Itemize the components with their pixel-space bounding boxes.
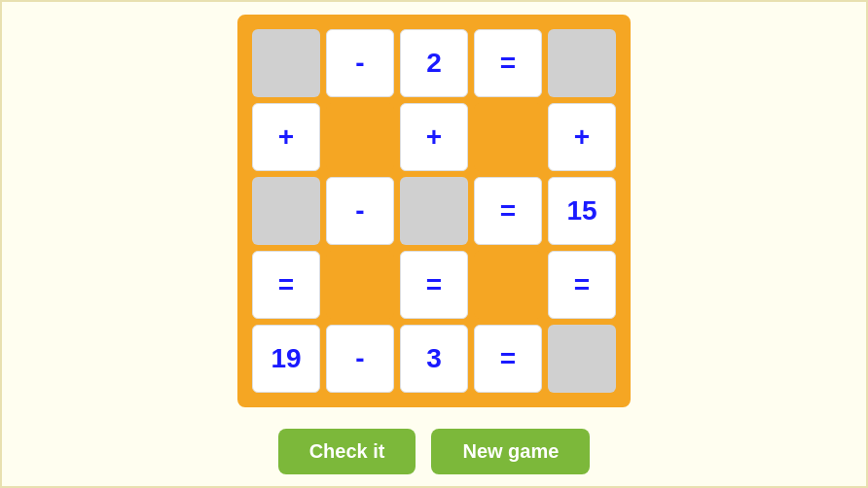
- cell-12[interactable]: [400, 177, 468, 245]
- cell-4[interactable]: [548, 29, 616, 97]
- cell-9: +: [548, 103, 616, 171]
- puzzle-grid: -2=+++-=15===19-3=: [237, 15, 631, 407]
- cell-16: [326, 251, 394, 319]
- cell-11: -: [326, 177, 394, 245]
- cell-23: =: [474, 325, 542, 393]
- cell-17: =: [400, 251, 468, 319]
- cell-15: =: [252, 251, 320, 319]
- cell-21: -: [326, 325, 394, 393]
- cell-2: 2: [400, 29, 468, 97]
- action-buttons: Check it New game: [278, 429, 591, 474]
- input-0[interactable]: [252, 29, 320, 97]
- cell-22: 3: [400, 325, 468, 393]
- cell-10[interactable]: [252, 177, 320, 245]
- cell-13: =: [474, 177, 542, 245]
- input-12[interactable]: [400, 177, 468, 245]
- cell-0[interactable]: [252, 29, 320, 97]
- cell-24[interactable]: [548, 325, 616, 393]
- check-button[interactable]: Check it: [278, 429, 416, 474]
- cell-6: [326, 103, 394, 171]
- cell-20: 19: [252, 325, 320, 393]
- cell-5: +: [252, 103, 320, 171]
- input-4[interactable]: [548, 29, 616, 97]
- new-game-button[interactable]: New game: [431, 429, 590, 474]
- cell-8: [474, 103, 542, 171]
- input-10[interactable]: [252, 177, 320, 245]
- cell-7: +: [400, 103, 468, 171]
- cell-14: 15: [548, 177, 616, 245]
- cell-19: =: [548, 251, 616, 319]
- cell-3: =: [474, 29, 542, 97]
- input-24[interactable]: [548, 325, 616, 393]
- cell-1: -: [326, 29, 394, 97]
- cell-18: [474, 251, 542, 319]
